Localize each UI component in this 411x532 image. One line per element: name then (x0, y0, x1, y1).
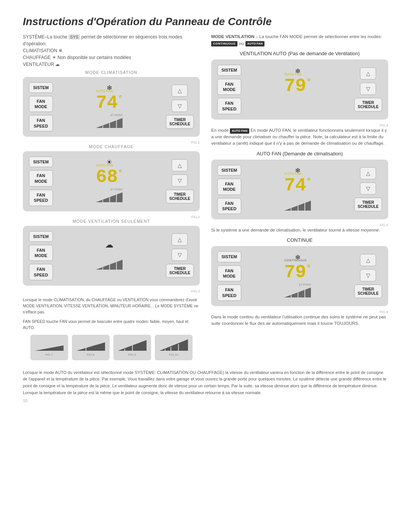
continuous-badge: CONTINUOUS (211, 41, 237, 46)
fan-tri-high (118, 339, 147, 351)
fan-speed-item-3: FIG.9 (113, 335, 151, 360)
sistem-btn-2[interactable]: SISTEM (29, 157, 53, 167)
continue-title: CONTINUE (211, 237, 388, 243)
up-arrow-btn-4[interactable]: △ (360, 67, 376, 80)
fan-mode-btn-2[interactable]: FANMODE (29, 170, 53, 187)
down-arrow-btn-6[interactable]: ▽ (360, 269, 376, 281)
left-buttons-5: SISTEM FANMODE FANSPEED (217, 165, 241, 214)
fan-speed-text: FAN SPEED touche FAN vous permet de basc… (23, 319, 200, 331)
fan-triangle-1 (96, 117, 123, 129)
thermostat-auto-fan: SISTEM FANMODE FANSPEED ❄ AUTO FAN 74° (211, 160, 388, 219)
fan-mode-btn-6[interactable]: FANMODE (217, 265, 241, 282)
fan-speed-btn-3[interactable]: FANSPEED (29, 264, 53, 280)
down-arrow-btn-2[interactable]: ▽ (172, 174, 188, 187)
sistem-btn-1[interactable]: SISTEM (29, 82, 53, 93)
therm-center-5: ❄ AUTO FAN 74° (244, 166, 351, 212)
fan-speed-item-1: FIG.7 (30, 335, 68, 360)
fan-triangle-2 (96, 192, 123, 203)
sistem-btn-3[interactable]: SISTEM (29, 231, 53, 242)
fig2: FIG.2 (23, 215, 200, 219)
fan-tri-auto (159, 339, 188, 351)
left-column: SYSTÈME–La touche SYS permet de sélectio… (23, 34, 200, 364)
fan-mode-btn-3[interactable]: FANMODE (29, 245, 53, 261)
fan-speed-item-2: FIG.8 (72, 335, 110, 360)
mode3-label: MODE VENTILATION SEULEMENT (23, 219, 200, 224)
sistem-btn-4[interactable]: SISTEM (217, 65, 241, 75)
fig9: FIG.9 (128, 353, 136, 356)
down-arrow-btn-3[interactable]: ▽ (172, 249, 188, 261)
left-buttons-6: SISTEM FANMODE FANSPEED (217, 251, 241, 300)
right-buttons-4: △ ▽ TIMERSCHEDULE (354, 67, 382, 112)
thermostat-ventilation: SISTEM FANMODE FANSPEED ☁ (23, 226, 200, 286)
fan-speed-btn-5[interactable]: FANSPEED (217, 198, 241, 214)
left-buttons-1: SISTEM FANMODE FANSPEED (29, 82, 53, 131)
sistem-btn-6[interactable]: SISTEM (217, 251, 241, 262)
right-buttons-5: △ ▽ TIMERSCHEDULE (354, 167, 382, 211)
temp-display-5: 74° (284, 175, 311, 196)
timer-btn-2[interactable]: TIMERSCHEDULE (166, 190, 194, 203)
fig5: FIG.5 (211, 223, 388, 227)
fan-speed-btn-1[interactable]: FANSPEED (29, 115, 53, 131)
left-buttons-3: SISTEM FANMODE FANSPEED (29, 231, 53, 280)
fan-tri-low (35, 339, 64, 351)
fan-mode-btn-1[interactable]: FANMODE (29, 96, 53, 112)
fan-triangle-6 (284, 287, 311, 298)
up-arrow-btn-5[interactable]: △ (360, 167, 376, 179)
auto-fan-body-text: En mode AUTO FAN En mode AUTO FAN, le ve… (211, 127, 388, 147)
sistem-btn-5[interactable]: SISTEM (217, 165, 241, 176)
down-arrow-btn-1[interactable]: ▽ (172, 100, 188, 112)
right-buttons-2: △ ▽ TIMERSCHEDULE (166, 159, 194, 203)
right-column: MODE VENTILATION – La touche FAN MODE pe… (211, 34, 388, 364)
timer-btn-4[interactable]: TIMERSCHEDULE (354, 98, 382, 112)
bottom-paragraph: Lorsque le mode AUTO du ventilateur est … (23, 369, 388, 396)
timer-btn-3[interactable]: TIMERSCHEDULE (166, 264, 194, 278)
up-arrow-btn-2[interactable]: △ (172, 159, 188, 171)
temp-display-1: 74° (96, 93, 123, 113)
left-bottom-text: Lorsque le mode CLIMATISATION, du CHAUFF… (23, 297, 200, 315)
timer-btn-1[interactable]: TIMERSCHEDULE (166, 115, 194, 129)
setpoint-2: ET POINT (111, 188, 123, 191)
thermostat-chauffage: SISTEM FANMODE FANSPEED ☀ AUTO FAN 68° E… (23, 151, 200, 211)
mode-badges: CONTINUOUS ou AUTO FAN (211, 40, 264, 47)
mode2-label: MODE CHAUFFAGE (23, 144, 200, 149)
fan-mode-label-6: CONTINUOUS (284, 259, 307, 262)
fan-speed-badge: FAN (59, 319, 67, 324)
left-buttons-2: SISTEM FANMODE FANSPEED (29, 157, 53, 206)
therm-center-4: ❄ AUTO FAN 79° (244, 67, 351, 112)
fan-speed-btn-2[interactable]: FANSPEED (29, 190, 53, 206)
mode-vent-title-text: MODE VENTILATION – La touche FAN MODE pe… (211, 34, 388, 47)
mode1-label: MODE CLIMATISATION (23, 70, 200, 75)
page-title: Instructions d'Opération du Panneau de C… (23, 15, 388, 28)
up-arrow-btn-3[interactable]: △ (172, 233, 188, 246)
therm-center-6: ❄ CONTINUOUS 79° ET POINT (244, 253, 351, 299)
timer-btn-5[interactable]: TIMERSCHEDULE (354, 198, 382, 211)
temp-display-2: 68° (96, 167, 123, 187)
temp-display-4: 79° (284, 76, 311, 96)
fan-speed-btn-4[interactable]: FANSPEED (217, 98, 241, 114)
auto-fan-inline: AUTO FAN (230, 128, 249, 134)
fig3: FIG.3 (23, 289, 200, 293)
fig10: FIG.10 (169, 353, 178, 356)
thermostat-continue: SISTEM FANMODE FANSPEED ❄ CONTINUOUS 79°… (211, 246, 388, 306)
temp-display-6: 79° (284, 262, 311, 283)
fan-speed-btn-6[interactable]: FANSPEED (217, 284, 241, 301)
setpoint-1: ET POINT (111, 114, 123, 117)
intro-system-text: SYSTÈME–La touche SYS permet de sélectio… (23, 34, 200, 68)
right-buttons-3: △ ▽ TIMERSCHEDULE (166, 233, 194, 278)
down-arrow-btn-4[interactable]: ▽ (360, 83, 376, 95)
svg-marker-18 (159, 339, 188, 351)
page-number: 10 (23, 398, 388, 403)
fig1: FIG.1 (23, 141, 200, 144)
up-arrow-btn-6[interactable]: △ (360, 254, 376, 266)
left-buttons-4: SISTEM FANMODE FANSPEED (217, 65, 241, 114)
auto-fan-badge: AUTO FAN (245, 41, 265, 46)
fig8: FIG.8 (87, 353, 94, 356)
sys-badge: SYS (68, 34, 80, 40)
timer-btn-6[interactable]: TIMERSCHEDULE (354, 284, 382, 298)
fan-triangle-5 (284, 200, 311, 211)
up-arrow-btn-1[interactable]: △ (172, 85, 188, 97)
right-buttons-1: △ ▽ TIMERSCHEDULE (166, 85, 194, 129)
down-arrow-btn-5[interactable]: ▽ (360, 182, 376, 195)
fan-mode-btn-5[interactable]: FANMODE (217, 179, 241, 195)
fan-mode-btn-4[interactable]: FANMODE (217, 79, 241, 95)
